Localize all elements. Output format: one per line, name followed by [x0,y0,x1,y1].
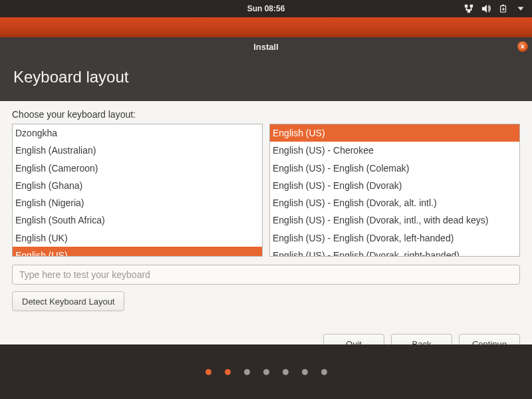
list-item[interactable]: English (US) - English (Dvorak, intl., w… [270,211,519,229]
system-indicators[interactable] [464,0,525,17]
installer-window: Install × Keyboard layout Choose your ke… [0,37,532,367]
page-dot[interactable] [244,369,250,375]
svg-rect-5 [466,9,472,11]
list-item[interactable]: English (Cameroon) [13,160,262,177]
clock: Sun 08:56 [247,4,285,13]
page-dot[interactable] [225,369,231,375]
page-dot[interactable] [302,369,308,375]
svg-rect-0 [465,5,467,7]
list-item[interactable]: English (US) [13,247,262,257]
list-item[interactable]: English (UK) [13,229,262,247]
layout-prompt: Choose your keyboard layout: [12,109,520,120]
list-item[interactable]: English (Nigeria) [13,194,262,211]
list-item[interactable]: English (South Africa) [13,211,262,229]
list-item[interactable]: English (US) - English (Dvorak, left-han… [270,229,519,247]
close-icon: × [521,43,525,51]
volume-icon[interactable] [481,4,491,13]
page-indicator [0,344,532,399]
page-title: Keyboard layout [13,68,128,86]
list-item[interactable]: English (US) - Cherokee [270,142,519,159]
list-item[interactable]: English (US) [270,124,519,142]
list-item[interactable]: English (US) - English (Colemak) [270,160,519,177]
page-dot[interactable] [263,369,269,375]
page-header: Keyboard layout [0,56,532,101]
window-title: Install [253,42,279,52]
svg-marker-6 [482,5,487,13]
layout-lists: DzongkhaEnglish (Australian)English (Cam… [12,124,520,257]
list-item[interactable]: English (US) - English (Dvorak, alt. int… [270,194,519,211]
close-button[interactable]: × [517,41,528,52]
layout-list[interactable]: DzongkhaEnglish (Australian)English (Cam… [12,124,263,257]
list-item[interactable]: English (US) - English (Dvorak) [270,177,519,194]
chevron-down-icon[interactable] [516,4,525,13]
page-dot[interactable] [205,369,211,375]
detect-layout-button[interactable]: Detect Keyboard Layout [12,291,124,311]
page-dot[interactable] [283,369,289,375]
page-dot[interactable] [321,369,327,375]
content-area: Choose your keyboard layout: DzongkhaEng… [0,101,532,322]
keyboard-test-input[interactable] [12,265,520,285]
svg-rect-8 [502,5,504,6]
network-icon[interactable] [464,4,473,13]
list-item[interactable]: Dzongkha [13,124,262,142]
list-item[interactable]: English (US) - English (Dvorak, right-ha… [270,247,519,257]
svg-marker-9 [502,7,505,11]
variant-list[interactable]: English (US)English (US) - CherokeeEngli… [269,124,520,257]
titlebar: Install × [0,37,532,56]
power-icon[interactable] [499,4,508,13]
system-top-panel: Sun 08:56 [0,0,532,17]
svg-marker-10 [518,7,524,10]
svg-rect-1 [470,5,473,7]
list-item[interactable]: English (Australian) [13,142,262,159]
desktop-background-strip [0,17,532,37]
list-item[interactable]: English (Ghana) [13,177,262,194]
